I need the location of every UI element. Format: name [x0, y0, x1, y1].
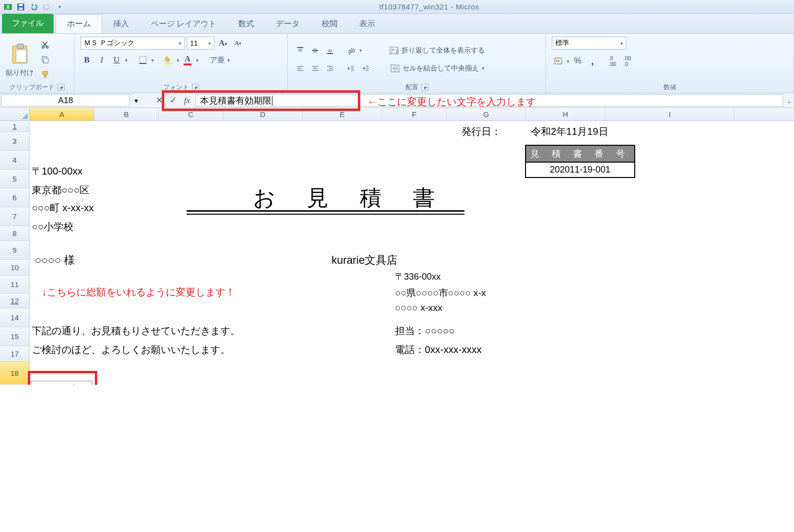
tab-insert[interactable]: 挿入	[102, 15, 140, 33]
col-header-a[interactable]: A	[30, 108, 94, 120]
align-center-icon[interactable]	[309, 62, 322, 75]
tab-formula[interactable]: 数式	[227, 15, 265, 33]
italic-button[interactable]: I	[95, 54, 108, 66]
merge-center-button[interactable]: セルを結合して中央揃え▾	[386, 62, 488, 75]
shop-addr2: ○○○○ x-xxx	[395, 302, 443, 313]
align-left-icon[interactable]	[294, 62, 307, 75]
confirm-edit-icon[interactable]: ✓	[167, 95, 180, 106]
col-header-e[interactable]: E	[303, 108, 382, 120]
shop-tel: 電話：0xx-xxx-xxxx	[395, 343, 481, 356]
col-header-h[interactable]: H	[526, 108, 605, 120]
col-header-f[interactable]: F	[382, 108, 447, 120]
font-launcher-icon[interactable]	[192, 84, 199, 91]
name-box[interactable]: A18	[1, 94, 130, 107]
svg-point-5	[42, 46, 44, 48]
border-icon[interactable]	[136, 54, 149, 66]
align-middle-icon[interactable]	[309, 44, 322, 57]
col-header-g[interactable]: G	[447, 108, 526, 120]
recipient: ○○○○ 様	[35, 253, 75, 268]
tab-review[interactable]: 校閲	[311, 15, 348, 33]
annotation-formula-text: ←ここに変更したい文字を入力します	[367, 95, 536, 109]
insert-function-icon[interactable]: fx	[181, 95, 194, 106]
expand-formula-bar-icon[interactable]: ⌄	[784, 93, 794, 108]
svg-point-47	[558, 60, 560, 62]
row-header-17[interactable]: 17	[0, 346, 30, 362]
row-header-9[interactable]: 9	[0, 241, 30, 260]
align-top-icon[interactable]	[294, 44, 307, 57]
tab-file[interactable]: ファイル	[2, 14, 54, 33]
issue-date-value: 令和2年11月19日	[531, 125, 608, 138]
tab-view[interactable]: 表示	[348, 15, 386, 33]
underline-button[interactable]: U	[110, 54, 123, 66]
number-format-select[interactable]: 標準▾	[552, 37, 626, 50]
row-header-18[interactable]: 18	[0, 362, 30, 385]
phonetic-icon[interactable]: ア亜	[209, 54, 225, 66]
redo-icon[interactable]	[42, 2, 52, 12]
align-launcher-icon[interactable]	[421, 84, 428, 91]
grow-font-icon[interactable]: A▴	[216, 37, 229, 50]
fill-color-icon[interactable]	[162, 54, 175, 66]
row-header-11[interactable]: 11	[0, 276, 30, 294]
tab-home[interactable]: ホーム	[56, 14, 102, 33]
col-header-i[interactable]: I	[605, 108, 734, 120]
tab-page-layout[interactable]: ページ レイアウト	[140, 15, 227, 33]
svg-rect-4	[19, 7, 23, 10]
bold-button[interactable]: B	[80, 54, 93, 66]
font-color-icon[interactable]: A	[181, 54, 194, 66]
tab-data[interactable]: データ	[265, 15, 311, 33]
window-title: tf10378477_win321 - Micros	[67, 2, 791, 11]
align-right-icon[interactable]	[324, 62, 336, 75]
row-header-1[interactable]: 1	[0, 121, 30, 132]
align-bottom-icon[interactable]	[324, 44, 336, 57]
shrink-font-icon[interactable]: A▾	[231, 37, 244, 50]
svg-rect-11	[139, 57, 146, 63]
row-header-6[interactable]: 6	[0, 188, 30, 207]
font-size-select[interactable]: 11▾	[187, 37, 214, 50]
shop-addr1: ○○県○○○○市○○○○ x-x	[395, 287, 486, 299]
col-header-b[interactable]: B	[94, 108, 159, 120]
wrap-text-button[interactable]: abc折り返して全体を表示する	[386, 44, 488, 57]
customer-school: ○○小学校	[32, 220, 73, 234]
col-header-c[interactable]: C	[159, 108, 223, 120]
customer-postal: 〒100-00xx	[32, 165, 82, 178]
row-header-15[interactable]: 15	[0, 327, 30, 346]
font-name-select[interactable]: ＭＳ Ｐゴシック▾	[80, 37, 185, 50]
svg-point-46	[556, 60, 558, 62]
orientation-icon[interactable]: ab	[344, 44, 357, 57]
inc-decimal-icon[interactable]: .0.00	[606, 55, 619, 67]
format-painter-icon[interactable]	[39, 68, 52, 81]
percent-icon[interactable]: %	[571, 55, 584, 67]
row-header-5[interactable]: 5	[0, 170, 30, 188]
cancel-edit-icon[interactable]: ✕	[153, 95, 166, 106]
group-clipboard-label: クリップボード	[9, 83, 55, 92]
clipboard-launcher-icon[interactable]	[58, 84, 65, 91]
select-all-corner[interactable]	[0, 108, 30, 120]
undo-icon[interactable]	[29, 2, 39, 12]
comma-icon[interactable]: ,	[586, 55, 599, 67]
indent-inc-icon[interactable]	[359, 62, 372, 75]
group-number-label: 数値	[663, 83, 676, 92]
row-header-14[interactable]: 14	[0, 308, 30, 327]
paste-button[interactable]	[9, 42, 31, 66]
row-header-12[interactable]: 12	[0, 294, 30, 308]
issue-date-label: 発行日：	[462, 125, 501, 138]
row-header-4[interactable]: 4	[0, 151, 30, 170]
row-header-3[interactable]: 3	[0, 132, 30, 151]
annotation-total-text: ↓こちらに総額をいれるように変更します！	[42, 286, 235, 299]
namebox-dropdown-icon[interactable]: ▾	[131, 93, 141, 108]
row-header-10[interactable]: 10	[0, 260, 30, 276]
col-header-d[interactable]: D	[223, 108, 303, 120]
row-header-8[interactable]: 8	[0, 226, 30, 241]
dec-decimal-icon[interactable]: .00.0	[621, 55, 634, 67]
svg-rect-8	[44, 58, 48, 63]
quote-number-value: 202011-19-001	[526, 163, 634, 177]
cut-icon[interactable]	[39, 38, 52, 51]
accounting-format-icon[interactable]	[552, 55, 565, 67]
indent-dec-icon[interactable]	[344, 62, 357, 75]
save-icon[interactable]	[16, 2, 26, 12]
row-header-7[interactable]: 7	[0, 207, 30, 226]
copy-icon[interactable]	[39, 53, 52, 66]
qat-customize-icon[interactable]: ▾	[55, 2, 65, 12]
active-cell-edit[interactable]: 本見積書	[31, 381, 92, 385]
excel-app-icon[interactable]: X	[3, 2, 13, 12]
